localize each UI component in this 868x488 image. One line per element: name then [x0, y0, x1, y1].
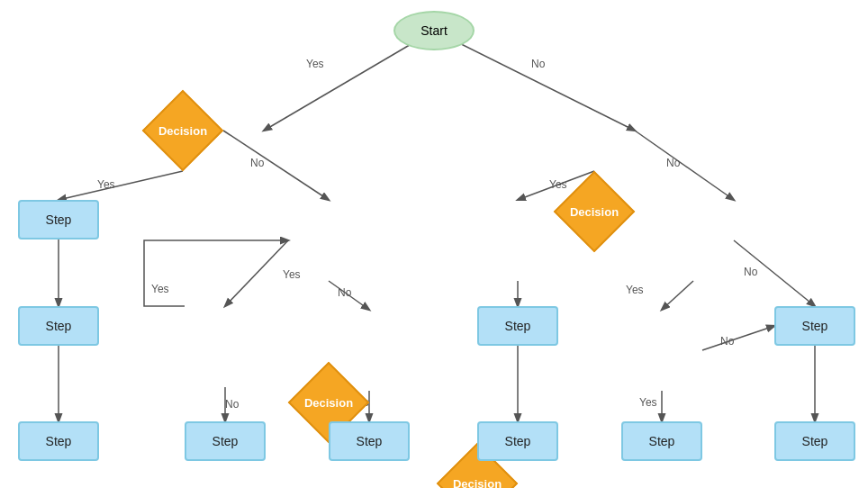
step-10-node: Step [774, 421, 855, 461]
edge-label-d6-yes: Yes [151, 283, 169, 295]
edge-label-d2-no: No [666, 157, 680, 169]
edge-label-d3-no: No [338, 286, 351, 299]
start-node: Start [393, 11, 475, 50]
edge-label-d8-yes: Yes [639, 396, 657, 409]
step-8-node: Step [477, 421, 558, 461]
step-2-node: Step [18, 306, 99, 346]
edge-label-d5-yes: Yes [626, 284, 644, 296]
edge-label-start-yes: Yes [306, 58, 324, 70]
svg-line-17 [702, 326, 774, 350]
step-9-node: Step [621, 421, 702, 461]
svg-line-14 [662, 281, 693, 310]
svg-line-5 [635, 131, 734, 200]
step-1-node: Step [18, 200, 99, 239]
step-3-node: Step [477, 306, 558, 346]
step-4-node: Step [774, 306, 855, 346]
svg-line-2 [59, 171, 183, 200]
decision-1-node: Decision [142, 90, 223, 171]
edge-label-d1-no: No [250, 157, 264, 169]
step-6-node: Step [185, 421, 266, 461]
edge-label-start-no: No [531, 58, 545, 70]
edge-label-d5-no: No [744, 266, 757, 278]
svg-line-1 [434, 31, 635, 131]
decision-2-node: Decision [554, 171, 635, 252]
edge-label-d6-no: No [225, 398, 239, 411]
edge-label-d8-no: No [720, 335, 734, 348]
svg-line-3 [223, 131, 329, 200]
step-7-node: Step [329, 421, 410, 461]
svg-line-8 [225, 240, 288, 306]
edge-label-d1-yes: Yes [97, 178, 115, 191]
edge-label-d3-yes: Yes [283, 268, 301, 281]
step-5-node: Step [18, 421, 99, 461]
